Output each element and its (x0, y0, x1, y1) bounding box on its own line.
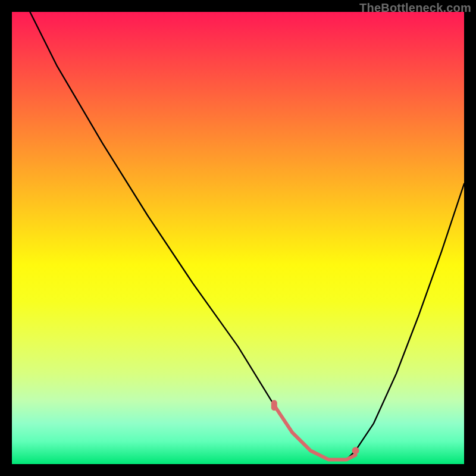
optimal-range (274, 405, 356, 459)
curve-bottleneck-curve (30, 12, 464, 459)
plot-svg (12, 12, 464, 464)
chart-container: TheBottleneck.com (0, 0, 476, 476)
marker-range-end (352, 447, 359, 454)
marker-range-start (271, 400, 277, 411)
plot-area (12, 12, 464, 464)
